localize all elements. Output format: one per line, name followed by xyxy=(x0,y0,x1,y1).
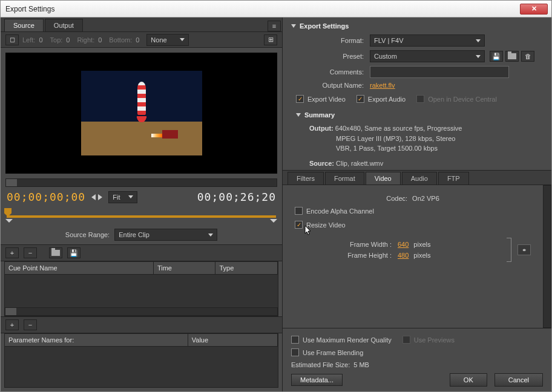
rocket-graphic xyxy=(136,82,148,127)
checkbox-icon xyxy=(296,95,304,103)
crop-top-value[interactable]: 0 xyxy=(66,36,70,44)
settings-panel: Export Settings Format: FLV | F4V Preset… xyxy=(283,18,551,391)
summary-source-line1: Clip, rakett.wmv xyxy=(336,160,383,167)
flame-graphic xyxy=(151,134,162,137)
output-name-link[interactable]: rakett.flv xyxy=(370,82,395,89)
comments-input[interactable] xyxy=(370,66,509,78)
remove-param-button[interactable]: − xyxy=(24,319,37,330)
summary-heading[interactable]: Summary xyxy=(296,111,543,119)
preview-panel: Source Output ≡ ◻ Left:0 Top:0 Right:0 B… xyxy=(1,18,283,391)
video-preview[interactable] xyxy=(5,53,277,174)
delete-preset-icon[interactable]: 🗑 xyxy=(521,51,534,62)
tab-ftp[interactable]: FTP xyxy=(438,172,469,185)
encode-alpha-checkbox[interactable]: Encode Alpha Channel xyxy=(295,207,531,215)
open-folder-icon[interactable] xyxy=(49,247,62,258)
metadata-button[interactable]: Metadata... xyxy=(291,374,343,386)
cue-list-body[interactable] xyxy=(5,275,278,307)
frame-blending-checkbox[interactable]: Use Frame Blending xyxy=(291,348,543,356)
export-video-label: Export Video xyxy=(307,96,346,103)
checkbox-icon xyxy=(291,336,299,344)
tab-filters[interactable]: Filters xyxy=(288,172,324,185)
param-list-body[interactable] xyxy=(5,347,278,388)
crop-settings-icon[interactable]: ⊞ xyxy=(264,34,277,45)
ok-button[interactable]: OK xyxy=(450,373,487,387)
codec-value: On2 VP6 xyxy=(412,195,439,202)
out-timecode: 00;00;26;20 xyxy=(197,191,276,203)
preview-hscrollbar[interactable] xyxy=(5,178,277,187)
close-button[interactable]: ✕ xyxy=(520,4,548,15)
codec-label: Codec: xyxy=(386,195,407,202)
est-size-label: Estimated File Size: xyxy=(291,361,350,368)
zoom-fit-dropdown[interactable]: Fit xyxy=(108,191,137,203)
summary-label: Summary xyxy=(304,111,335,119)
tab-format[interactable]: Format xyxy=(325,172,364,185)
panel-menu-icon[interactable]: ≡ xyxy=(268,21,281,31)
cue-point-list: Cue Point Name Time Type xyxy=(4,261,278,316)
crop-top-label: Top: xyxy=(50,36,63,44)
crop-left-value[interactable]: 0 xyxy=(39,36,42,44)
summary-output-line1: 640x480, Same as source fps, Progressive xyxy=(335,125,462,132)
constrain-link-icon[interactable]: ⚭ xyxy=(518,244,531,255)
format-dropdown[interactable]: FLV | F4V xyxy=(370,34,485,47)
step-forward-button[interactable] xyxy=(98,194,102,200)
resize-video-checkbox[interactable]: Resize Video xyxy=(295,221,531,229)
summary-output: Output: 640x480, Same as source fps, Pro… xyxy=(309,123,543,154)
export-video-checkbox[interactable]: Export Video xyxy=(296,95,346,103)
crop-bottom-label: Bottom: xyxy=(109,36,132,44)
tab-source[interactable]: Source xyxy=(4,19,44,31)
param-col-name[interactable]: Parameter Names for: xyxy=(5,334,188,346)
checkbox-icon xyxy=(291,348,299,356)
max-render-quality-checkbox[interactable]: Use Maximum Render Quality xyxy=(291,336,392,344)
export-settings-label: Export Settings xyxy=(300,22,349,30)
titlebar: Export Settings ✕ xyxy=(1,1,551,18)
source-range-dropdown[interactable]: Entire Clip xyxy=(114,229,217,241)
add-cue-button[interactable]: + xyxy=(5,247,19,258)
crop-preset-dropdown[interactable]: None xyxy=(146,34,189,46)
summary-source-label: Source: xyxy=(309,160,334,167)
tab-audio[interactable]: Audio xyxy=(402,172,437,185)
source-range-label: Source Range: xyxy=(65,231,110,238)
param-toolstrip: + − xyxy=(1,316,282,333)
footer-area: Use Maximum Render Quality Use Previews … xyxy=(283,328,551,391)
step-back-button[interactable] xyxy=(91,194,96,200)
est-size-value: 5 MB xyxy=(353,361,369,368)
video-settings-vscroll[interactable] xyxy=(543,185,551,328)
crop-right-value[interactable]: 0 xyxy=(98,36,102,44)
crop-bottom-value[interactable]: 0 xyxy=(136,36,139,44)
estimated-size-row: Estimated File Size: 5 MB xyxy=(291,361,543,368)
export-audio-checkbox[interactable]: Export Audio xyxy=(356,95,406,103)
summary-output-line3: VBR, 1 Pass, Target 1500.00 kbps xyxy=(336,143,438,154)
output-name-label: Output Name: xyxy=(291,82,370,89)
resize-video-label: Resize Video xyxy=(306,221,346,229)
checkbox-icon xyxy=(402,336,410,344)
video-settings-pane: Codec: On2 VP6 Encode Alpha Channel Resi… xyxy=(283,185,543,328)
frame-height-value[interactable]: 480 xyxy=(398,252,409,259)
source-range-value: Entire Clip xyxy=(119,231,150,238)
crop-tool-icon[interactable]: ◻ xyxy=(5,34,19,45)
out-point-icon[interactable] xyxy=(270,219,277,223)
open-device-central-checkbox: Open in Device Central xyxy=(416,95,497,103)
cue-col-time[interactable]: Time xyxy=(154,262,216,274)
tab-output[interactable]: Output xyxy=(45,19,83,31)
in-point-icon[interactable] xyxy=(5,219,13,223)
use-previews-checkbox: Use Previews xyxy=(402,336,455,344)
timeline-slider[interactable] xyxy=(7,207,276,224)
save-preset-icon[interactable]: 💾 xyxy=(490,51,503,62)
cue-list-hscroll[interactable] xyxy=(5,307,278,316)
import-preset-icon[interactable] xyxy=(505,51,519,62)
preset-dropdown[interactable]: Custom xyxy=(370,50,485,62)
cancel-button[interactable]: Cancel xyxy=(494,373,543,387)
save-icon[interactable]: 💾 xyxy=(67,247,80,258)
add-param-button[interactable]: + xyxy=(5,319,19,330)
encode-alpha-label: Encode Alpha Channel xyxy=(306,207,374,215)
zoom-fit-value: Fit xyxy=(113,194,120,201)
cue-col-type[interactable]: Type xyxy=(215,262,278,274)
cue-col-name[interactable]: Cue Point Name xyxy=(5,262,154,274)
param-col-value[interactable]: Value xyxy=(188,334,278,346)
tab-video[interactable]: Video xyxy=(366,172,401,185)
export-settings-heading[interactable]: Export Settings xyxy=(291,22,543,30)
in-timecode[interactable]: 00;00;00;00 xyxy=(7,191,85,203)
link-bracket-icon xyxy=(507,238,511,262)
remove-cue-button[interactable]: − xyxy=(24,247,37,258)
frame-width-value[interactable]: 640 xyxy=(398,241,409,248)
